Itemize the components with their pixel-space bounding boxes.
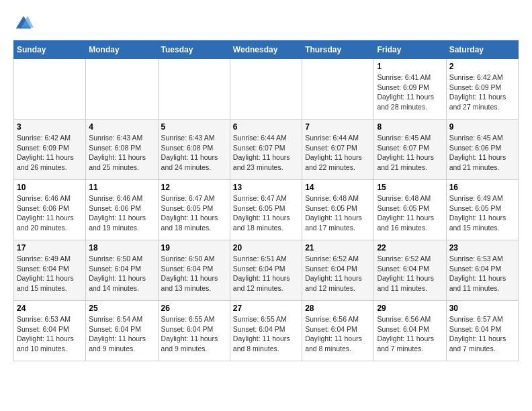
- day-info: Sunrise: 6:49 AMSunset: 6:05 PMDaylight:…: [449, 193, 515, 233]
- day-info: Sunrise: 6:50 AMSunset: 6:04 PMDaylight:…: [161, 254, 227, 293]
- day-info: Sunrise: 6:42 AMSunset: 6:09 PMDaylight:…: [449, 73, 515, 112]
- day-number: 25: [89, 304, 154, 313]
- weekday-header-friday: Friday: [374, 41, 446, 59]
- day-info: Sunrise: 6:51 AMSunset: 6:04 PMDaylight:…: [233, 254, 299, 293]
- day-info: Sunrise: 6:43 AMSunset: 6:08 PMDaylight:…: [161, 133, 227, 173]
- day-number: 27: [233, 304, 299, 313]
- day-info: Sunrise: 6:49 AMSunset: 6:04 PMDaylight:…: [17, 254, 83, 293]
- calendar-week-row: 10 Sunrise: 6:46 AMSunset: 6:06 PMDaylig…: [14, 180, 519, 240]
- day-info: Sunrise: 6:53 AMSunset: 6:04 PMDaylight:…: [449, 254, 515, 293]
- page-header: [13, 13, 519, 34]
- calendar-cell: 21 Sunrise: 6:52 AMSunset: 6:04 PMDaylig…: [302, 240, 374, 301]
- weekday-header-saturday: Saturday: [446, 41, 518, 59]
- day-info: Sunrise: 6:47 AMSunset: 6:05 PMDaylight:…: [233, 193, 299, 233]
- day-number: 16: [449, 183, 515, 192]
- day-number: 2: [449, 62, 515, 71]
- calendar-week-row: 24 Sunrise: 6:53 AMSunset: 6:04 PMDaylig…: [14, 301, 519, 361]
- day-info: Sunrise: 6:52 AMSunset: 6:04 PMDaylight:…: [305, 254, 371, 293]
- day-number: 24: [17, 304, 83, 313]
- calendar-cell: 1 Sunrise: 6:41 AMSunset: 6:09 PMDayligh…: [374, 59, 446, 120]
- day-number: 26: [161, 304, 227, 313]
- calendar-cell: 22 Sunrise: 6:52 AMSunset: 6:04 PMDaylig…: [374, 240, 446, 301]
- day-number: 6: [233, 122, 299, 132]
- calendar-cell: 26 Sunrise: 6:55 AMSunset: 6:04 PMDaylig…: [158, 301, 230, 361]
- day-info: Sunrise: 6:56 AMSunset: 6:04 PMDaylight:…: [305, 314, 371, 354]
- calendar-week-row: 17 Sunrise: 6:49 AMSunset: 6:04 PMDaylig…: [14, 240, 519, 301]
- weekday-header-monday: Monday: [86, 41, 158, 59]
- calendar-cell: 12 Sunrise: 6:47 AMSunset: 6:05 PMDaylig…: [158, 180, 230, 240]
- day-number: 20: [233, 243, 299, 253]
- day-info: Sunrise: 6:43 AMSunset: 6:08 PMDaylight:…: [89, 133, 154, 173]
- calendar-cell: 15 Sunrise: 6:48 AMSunset: 6:05 PMDaylig…: [374, 180, 446, 240]
- weekday-header-thursday: Thursday: [302, 41, 374, 59]
- calendar-cell: 9 Sunrise: 6:45 AMSunset: 6:06 PMDayligh…: [446, 120, 518, 180]
- logo-icon: [13, 13, 34, 34]
- calendar-cell: 18 Sunrise: 6:50 AMSunset: 6:04 PMDaylig…: [86, 240, 158, 301]
- calendar-cell: 6 Sunrise: 6:44 AMSunset: 6:07 PMDayligh…: [230, 120, 302, 180]
- calendar-cell: [14, 59, 86, 120]
- calendar-cell: 3 Sunrise: 6:42 AMSunset: 6:09 PMDayligh…: [14, 120, 86, 180]
- day-number: 3: [17, 122, 83, 132]
- calendar-cell: 23 Sunrise: 6:53 AMSunset: 6:04 PMDaylig…: [446, 240, 518, 301]
- calendar-cell: 25 Sunrise: 6:54 AMSunset: 6:04 PMDaylig…: [86, 301, 158, 361]
- calendar-cell: 2 Sunrise: 6:42 AMSunset: 6:09 PMDayligh…: [446, 59, 518, 120]
- calendar-cell: 14 Sunrise: 6:48 AMSunset: 6:05 PMDaylig…: [302, 180, 374, 240]
- day-info: Sunrise: 6:55 AMSunset: 6:04 PMDaylight:…: [233, 314, 299, 354]
- day-number: 23: [449, 243, 515, 253]
- calendar-cell: 10 Sunrise: 6:46 AMSunset: 6:06 PMDaylig…: [14, 180, 86, 240]
- calendar-cell: 29 Sunrise: 6:56 AMSunset: 6:04 PMDaylig…: [374, 301, 446, 361]
- calendar-cell: 30 Sunrise: 6:57 AMSunset: 6:04 PMDaylig…: [446, 301, 518, 361]
- day-info: Sunrise: 6:57 AMSunset: 6:04 PMDaylight:…: [449, 314, 515, 354]
- day-number: 18: [89, 243, 154, 253]
- day-number: 30: [449, 304, 515, 313]
- day-info: Sunrise: 6:45 AMSunset: 6:07 PMDaylight:…: [377, 133, 443, 173]
- day-info: Sunrise: 6:55 AMSunset: 6:04 PMDaylight:…: [161, 314, 227, 354]
- calendar-cell: 4 Sunrise: 6:43 AMSunset: 6:08 PMDayligh…: [86, 120, 158, 180]
- day-number: 9: [449, 122, 515, 132]
- calendar-header-row: SundayMondayTuesdayWednesdayThursdayFrid…: [14, 41, 519, 59]
- calendar-cell: [86, 59, 158, 120]
- calendar-cell: [302, 59, 374, 120]
- day-info: Sunrise: 6:44 AMSunset: 6:07 PMDaylight:…: [233, 133, 299, 173]
- day-info: Sunrise: 6:44 AMSunset: 6:07 PMDaylight:…: [305, 133, 371, 173]
- calendar-cell: 19 Sunrise: 6:50 AMSunset: 6:04 PMDaylig…: [158, 240, 230, 301]
- day-info: Sunrise: 6:42 AMSunset: 6:09 PMDaylight:…: [17, 133, 83, 173]
- weekday-header-tuesday: Tuesday: [158, 41, 230, 59]
- day-number: 19: [161, 243, 227, 253]
- calendar-table: SundayMondayTuesdayWednesdayThursdayFrid…: [13, 40, 519, 361]
- day-info: Sunrise: 6:54 AMSunset: 6:04 PMDaylight:…: [89, 314, 154, 354]
- calendar-cell: 16 Sunrise: 6:49 AMSunset: 6:05 PMDaylig…: [446, 180, 518, 240]
- day-number: 7: [305, 122, 371, 132]
- day-info: Sunrise: 6:48 AMSunset: 6:05 PMDaylight:…: [377, 193, 443, 233]
- day-info: Sunrise: 6:52 AMSunset: 6:04 PMDaylight:…: [377, 254, 443, 293]
- day-info: Sunrise: 6:45 AMSunset: 6:06 PMDaylight:…: [449, 133, 515, 173]
- calendar-cell: 13 Sunrise: 6:47 AMSunset: 6:05 PMDaylig…: [230, 180, 302, 240]
- day-info: Sunrise: 6:47 AMSunset: 6:05 PMDaylight:…: [161, 193, 227, 233]
- weekday-header-wednesday: Wednesday: [230, 41, 302, 59]
- calendar-cell: [230, 59, 302, 120]
- day-info: Sunrise: 6:50 AMSunset: 6:04 PMDaylight:…: [89, 254, 154, 293]
- day-info: Sunrise: 6:53 AMSunset: 6:04 PMDaylight:…: [17, 314, 83, 354]
- day-info: Sunrise: 6:46 AMSunset: 6:06 PMDaylight:…: [89, 193, 154, 233]
- day-info: Sunrise: 6:41 AMSunset: 6:09 PMDaylight:…: [377, 73, 443, 112]
- calendar-cell: 27 Sunrise: 6:55 AMSunset: 6:04 PMDaylig…: [230, 301, 302, 361]
- day-number: 13: [233, 183, 299, 192]
- day-number: 22: [377, 243, 443, 253]
- day-number: 12: [161, 183, 227, 192]
- weekday-header-sunday: Sunday: [14, 41, 86, 59]
- day-number: 1: [377, 62, 443, 71]
- day-number: 4: [89, 122, 154, 132]
- calendar-cell: 8 Sunrise: 6:45 AMSunset: 6:07 PMDayligh…: [374, 120, 446, 180]
- calendar-cell: 17 Sunrise: 6:49 AMSunset: 6:04 PMDaylig…: [14, 240, 86, 301]
- day-number: 5: [161, 122, 227, 132]
- day-number: 11: [89, 183, 154, 192]
- calendar-cell: [158, 59, 230, 120]
- day-number: 29: [377, 304, 443, 313]
- day-number: 14: [305, 183, 371, 192]
- day-number: 28: [305, 304, 371, 313]
- calendar-cell: 20 Sunrise: 6:51 AMSunset: 6:04 PMDaylig…: [230, 240, 302, 301]
- logo: [13, 13, 36, 34]
- day-number: 10: [17, 183, 83, 192]
- day-info: Sunrise: 6:48 AMSunset: 6:05 PMDaylight:…: [305, 193, 371, 233]
- day-number: 15: [377, 183, 443, 192]
